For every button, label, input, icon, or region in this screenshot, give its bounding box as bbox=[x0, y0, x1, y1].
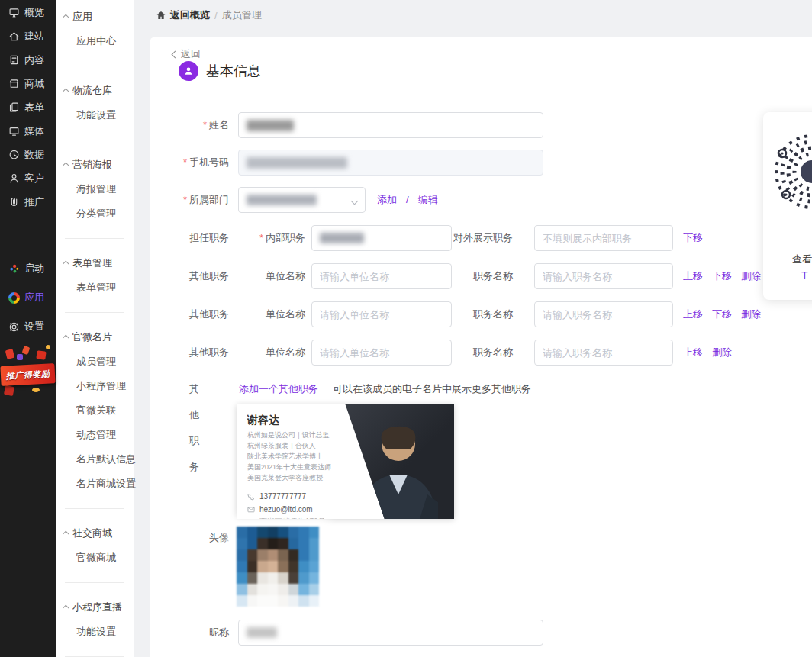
sidebar-item-forms[interactable]: 表单 bbox=[0, 95, 56, 119]
menu-group-logistics[interactable]: 物流仓库 bbox=[56, 79, 134, 103]
menu-item-card-default-info[interactable]: 名片默认信息 bbox=[56, 447, 134, 472]
menu-group-apps[interactable]: 应用 bbox=[56, 5, 134, 29]
sidebar-item-launcher[interactable]: 启动 bbox=[0, 256, 56, 281]
dashboard-icon bbox=[8, 7, 20, 18]
menu-item-wechat-association[interactable]: 官微关联 bbox=[56, 398, 134, 423]
location-pin-icon bbox=[247, 518, 255, 519]
breadcrumb: 返回概览 / 成员管理 bbox=[156, 8, 262, 22]
title-name-label: 职务名称 bbox=[430, 301, 513, 327]
move-down-link[interactable]: 下移 bbox=[683, 225, 703, 251]
move-down-link[interactable]: 下移 bbox=[712, 263, 732, 289]
menu-item-app-center[interactable]: 应用中心 bbox=[56, 29, 134, 53]
nickname-input[interactable] bbox=[238, 620, 543, 646]
menu-item-category-management[interactable]: 分类管理 bbox=[56, 201, 134, 226]
mail-icon bbox=[247, 506, 255, 514]
sidebar-item-apps[interactable]: 应用 bbox=[0, 285, 56, 310]
sidebar-item-content[interactable]: 内容 bbox=[0, 48, 56, 72]
title-name-field[interactable] bbox=[543, 309, 665, 320]
sidebar-item-settings[interactable]: 设置 bbox=[0, 314, 56, 339]
phone-input[interactable] bbox=[238, 150, 543, 176]
confetti-decoration bbox=[32, 388, 40, 392]
menu-item-wechat-mall[interactable]: 官微商城 bbox=[56, 546, 134, 570]
sidebar-item-mall[interactable]: 商城 bbox=[0, 72, 56, 95]
title-name-input[interactable] bbox=[534, 301, 673, 327]
chevron-up-icon bbox=[63, 14, 69, 20]
sidebar-item-customers[interactable]: 客户 bbox=[0, 166, 56, 190]
title-name-field[interactable] bbox=[543, 347, 665, 359]
title-name-field[interactable] bbox=[543, 271, 665, 282]
menu-item-miniprogram-management[interactable]: 小程序管理 bbox=[56, 374, 134, 398]
sidebar-item-label: 概览 bbox=[24, 6, 44, 20]
sidebar-item-site-builder[interactable]: 建站 bbox=[0, 24, 56, 48]
card-address: 西湖区紫霞街176号 bbox=[259, 516, 326, 519]
row-actions: 上移 下移 删除 bbox=[683, 263, 761, 289]
promo-banner[interactable]: 推广得奖励 bbox=[0, 345, 56, 407]
divider bbox=[65, 66, 124, 66]
menu-group-form-management[interactable]: 表单管理 bbox=[56, 251, 134, 275]
card-title-line: 杭州如是说公司｜设计总监 bbox=[247, 430, 331, 441]
unit-name-field[interactable] bbox=[320, 271, 443, 282]
delete-link[interactable]: 删除 bbox=[741, 263, 761, 289]
unit-name-field[interactable] bbox=[320, 309, 443, 320]
sidebar-item-overview[interactable]: 概览 bbox=[0, 1, 56, 24]
menu-group-miniprogram-live[interactable]: 小程序直播 bbox=[56, 595, 134, 620]
card-title-line: 杭州绿茶服装｜合伙人 bbox=[247, 441, 331, 452]
name-input[interactable] bbox=[238, 112, 543, 138]
add-other-position-link[interactable]: 添加一个其他职务 bbox=[239, 382, 318, 397]
unit-name-field[interactable] bbox=[320, 347, 443, 359]
sidebar-item-data[interactable]: 数据 bbox=[0, 143, 56, 166]
move-up-link[interactable]: 上移 bbox=[683, 263, 703, 289]
menu-item-card-mall-settings[interactable]: 名片商城设置 bbox=[56, 472, 134, 496]
other-position-row: 其他职务 单位名称 职务名称 上移 下移 删除 bbox=[150, 263, 812, 289]
title-name-input[interactable] bbox=[534, 263, 673, 289]
move-up-link[interactable]: 上移 bbox=[683, 340, 703, 366]
slash-separator: / bbox=[406, 187, 409, 213]
other-position-row: 其他职务 单位名称 职务名称 上移 下移 删除 bbox=[150, 301, 812, 327]
breadcrumb-back[interactable]: 返回概览 bbox=[156, 8, 210, 22]
section-header: 基本信息 bbox=[179, 61, 261, 81]
nickname-label: 昵称 bbox=[150, 620, 229, 646]
sidebar-item-media[interactable]: 媒体 bbox=[0, 119, 56, 143]
paperclip-icon bbox=[8, 196, 20, 208]
add-department-link[interactable]: 添加 bbox=[377, 187, 397, 213]
menu-group-wechat-card[interactable]: 官微名片 bbox=[56, 325, 134, 349]
external-position-field[interactable] bbox=[543, 233, 665, 244]
back-link[interactable]: 返回 bbox=[172, 47, 201, 61]
move-down-link[interactable]: 下移 bbox=[712, 301, 732, 327]
move-up-link[interactable]: 上移 bbox=[683, 301, 703, 327]
sidebar-item-promotion[interactable]: 推广 bbox=[0, 190, 56, 214]
avatar-upload[interactable] bbox=[237, 527, 319, 607]
card-email: hezuo@ltd.com bbox=[259, 504, 313, 517]
chevron-left-icon bbox=[172, 50, 179, 58]
required-mark: * bbox=[203, 119, 207, 130]
menu-item-poster-management[interactable]: 海报管理 bbox=[56, 177, 134, 201]
external-position-input[interactable] bbox=[534, 225, 673, 251]
edit-department-link[interactable]: 编辑 bbox=[418, 187, 438, 213]
sidebar-item-label: 设置 bbox=[24, 320, 44, 333]
unit-name-label: 单位名称 bbox=[220, 340, 305, 366]
menu-item-moments-management[interactable]: 动态管理 bbox=[56, 423, 134, 447]
menu-group-marketing-posters[interactable]: 营销海报 bbox=[56, 153, 134, 177]
menu-item-member-management[interactable]: 成员管理 bbox=[56, 349, 134, 374]
external-position-label: 对外展示职务 bbox=[430, 225, 513, 251]
department-select[interactable] bbox=[238, 187, 366, 213]
other-position-row: 其他职务 单位名称 职务名称 上移 删除 bbox=[150, 340, 812, 366]
menu-item-form-management[interactable]: 表单管理 bbox=[56, 275, 134, 300]
menu-item-live-settings[interactable]: 功能设置 bbox=[56, 620, 134, 644]
secondary-sidebar: 应用 应用中心 物流仓库 功能设置 营销海报 海报管理 分类管理 表单管理 表单… bbox=[56, 0, 134, 657]
menu-item-logistics-settings[interactable]: 功能设置 bbox=[56, 103, 134, 127]
confetti-decoration bbox=[22, 346, 31, 355]
delete-link[interactable]: 删除 bbox=[741, 301, 761, 327]
confetti-decoration bbox=[46, 345, 50, 349]
redacted-value bbox=[246, 120, 294, 131]
qr-link[interactable]: T bbox=[801, 269, 808, 282]
menu-group-social-mall[interactable]: 社交商城 bbox=[56, 521, 134, 546]
sidebar-item-label: 商城 bbox=[24, 77, 44, 91]
title-name-input[interactable] bbox=[534, 340, 673, 366]
row-actions: 上移 删除 bbox=[683, 340, 732, 366]
apps-pinwheel-icon bbox=[8, 292, 20, 304]
sidebar-item-label: 应用 bbox=[24, 291, 44, 304]
delete-link[interactable]: 删除 bbox=[712, 340, 732, 366]
card-title-line: 美国2021年十大生意表达师 bbox=[247, 462, 331, 473]
business-card-preview: 谢容达 杭州如是说公司｜设计总监 杭州绿茶服装｜合伙人 陕北美术学院艺术学博士 … bbox=[237, 404, 454, 519]
